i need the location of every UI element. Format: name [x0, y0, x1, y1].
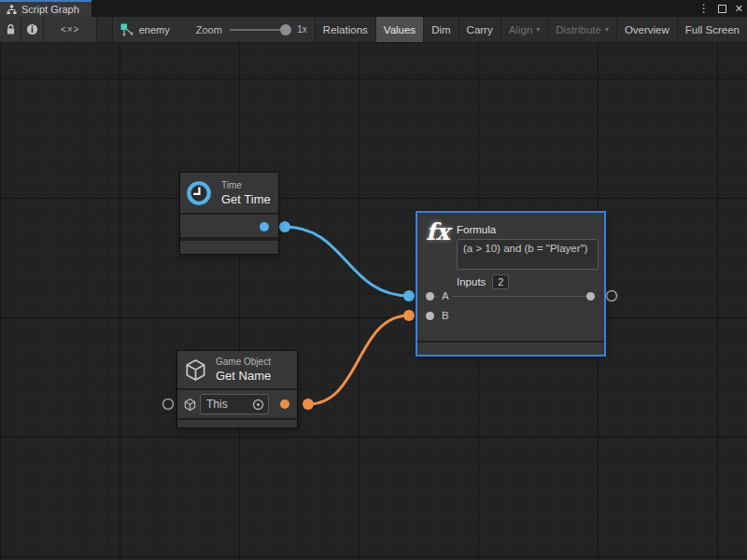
zoom-label: Zoom	[196, 24, 222, 35]
port-row-divider	[433, 296, 594, 297]
node-formula-main: fx Formula (a > 10) and (b = "Player") I…	[417, 213, 604, 341]
getname-input-port-outer[interactable]	[163, 399, 174, 410]
overview-button[interactable]: Overview	[617, 17, 678, 42]
node-get-name[interactable]: Game Object Get Name This	[177, 351, 297, 427]
connection-getname-to-formula-b[interactable]	[308, 315, 409, 404]
node-category-label: Game Object	[216, 357, 271, 367]
carry-button[interactable]: Carry	[459, 17, 501, 42]
graph-canvas[interactable]: Time Get Time fx Formula (a > 10) and (b…	[0, 43, 747, 560]
zoom-slider[interactable]	[230, 29, 289, 31]
window-menu-icon[interactable]: ⋮	[698, 3, 710, 14]
inputs-count-input[interactable]: 2	[492, 274, 509, 289]
inputs-label: Inputs	[457, 276, 486, 287]
graph-hierarchy-icon	[7, 5, 17, 15]
node-category-label: Time	[221, 180, 271, 190]
node-get-name-footer	[177, 420, 297, 427]
lock-button[interactable]	[0, 17, 21, 42]
lock-icon	[6, 23, 16, 35]
full-screen-button[interactable]: Full Screen	[678, 17, 747, 42]
info-icon	[26, 23, 38, 35]
chevron-down-icon: ▾	[605, 25, 609, 34]
window-close-icon[interactable]: ✕	[735, 4, 743, 14]
target-object-field[interactable]: This	[200, 394, 269, 414]
object-picker-icon[interactable]	[252, 399, 264, 411]
toolbar-toggles: Relations Values Dim Carry Align ▾ Distr…	[316, 17, 747, 42]
graph-name-label[interactable]: enemy	[139, 24, 170, 35]
title-bar: Script Graph ⋮ ✕	[0, 0, 747, 17]
chevron-down-icon: ▾	[536, 25, 540, 34]
window-maximize-icon[interactable]	[718, 5, 726, 13]
formula-expression-input[interactable]: (a > 10) and (b = "Player")	[457, 239, 599, 270]
formula-input-b-port[interactable]	[426, 312, 434, 320]
dim-button[interactable]: Dim	[424, 17, 458, 42]
zoom-value: 1x	[297, 24, 307, 35]
connections-layer	[0, 43, 747, 560]
connection-gettime-to-formula-a[interactable]	[285, 227, 409, 296]
node-get-time-header[interactable]: Time Get Time	[180, 173, 278, 213]
getname-output-port[interactable]	[280, 399, 289, 409]
clock-icon	[186, 180, 212, 206]
formula-port-row-b: B	[417, 308, 604, 323]
cube-icon-small	[183, 398, 197, 412]
window-controls: ⋮ ✕	[698, 0, 743, 17]
node-title-label: Get Name	[216, 369, 271, 383]
port-a-label: A	[438, 290, 453, 301]
toolbar: <×> enemy Zoom 1x Relations	[0, 17, 747, 43]
relations-button[interactable]: Relations	[316, 17, 376, 42]
node-get-name-header[interactable]: Game Object Get Name	[177, 351, 297, 388]
code-icon: <×>	[61, 24, 80, 35]
values-button[interactable]: Values	[376, 17, 424, 42]
cube-icon	[183, 357, 208, 383]
distribute-dropdown[interactable]: Distribute ▾	[548, 17, 617, 42]
target-value: This	[206, 398, 252, 411]
port-b-label: B	[438, 310, 453, 321]
formula-output-port[interactable]	[586, 292, 595, 301]
node-formula-footer	[417, 343, 604, 355]
fx-icon: fx	[426, 218, 456, 245]
graph-reference-section: enemy Zoom 1x	[113, 17, 316, 42]
gettime-output-port[interactable]	[260, 222, 269, 231]
formula-output-port-outer[interactable]	[607, 291, 617, 301]
node-get-time-footer	[180, 241, 278, 254]
align-dropdown[interactable]: Align ▾	[501, 17, 549, 42]
script-graph-window: Script Graph ⋮ ✕ <×>	[0, 0, 747, 560]
graph-asset-icon[interactable]	[120, 23, 134, 36]
tab-script-graph[interactable]: Script Graph	[0, 0, 92, 17]
formula-input-a-port[interactable]	[426, 292, 434, 301]
edit-code-button[interactable]: <×>	[44, 17, 98, 42]
node-title-label: Formula	[457, 224, 599, 235]
info-button[interactable]	[21, 17, 43, 42]
node-get-time-body	[180, 215, 278, 237]
node-formula[interactable]: fx Formula (a > 10) and (b = "Player") I…	[417, 213, 604, 355]
formula-port-row-a: A	[417, 288, 604, 303]
node-get-time[interactable]: Time Get Time	[180, 173, 278, 254]
tab-title: Script Graph	[21, 4, 79, 15]
node-get-name-body: This	[177, 390, 297, 418]
toolbar-spacer	[97, 17, 112, 42]
node-title-label: Get Time	[221, 192, 271, 206]
zoom-control: Zoom 1x	[196, 24, 307, 35]
zoom-slider-handle[interactable]	[280, 24, 291, 35]
